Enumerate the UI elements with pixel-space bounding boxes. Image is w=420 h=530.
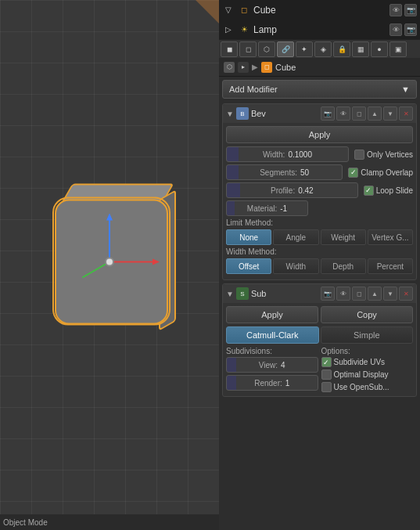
bevel-width-row: Width: 0.1000 Only Vertices bbox=[226, 146, 413, 162]
breadcrumb-cube-icon: ◻ bbox=[261, 62, 272, 73]
sub-down-btn[interactable]: ▼ bbox=[383, 287, 397, 301]
toolbar-icon-material[interactable]: ● bbox=[371, 41, 388, 57]
bevel-material-label: Material: bbox=[247, 204, 277, 213]
cube-object bbox=[43, 183, 176, 332]
lamp-render-btn[interactable]: 📷 bbox=[404, 23, 417, 36]
width-method-tabs: Offset Width Depth Percent bbox=[226, 258, 413, 274]
bevel-material-field[interactable]: Material: -1 bbox=[226, 200, 308, 216]
toolbar-icon-object[interactable]: ⬡ bbox=[258, 41, 275, 57]
bevel-profile-value: 0.42 bbox=[298, 186, 313, 195]
bevel-down-btn[interactable]: ▼ bbox=[383, 106, 397, 121]
bevel-collapse-icon[interactable]: ▼ bbox=[226, 110, 234, 118]
limit-method-label: Limit Method: bbox=[226, 218, 413, 227]
add-modifier-button[interactable]: Add Modifier ▼ bbox=[222, 80, 417, 99]
limit-tab-weight[interactable]: Weight bbox=[321, 229, 366, 245]
bevel-width-value: 0.1000 bbox=[288, 150, 312, 159]
bevel-mod-actions: 📷 👁 ◻ ▲ ▼ ✕ bbox=[321, 106, 413, 121]
bevel-loop-slide-label: Loop Slide bbox=[376, 186, 413, 195]
limit-tab-vertex-g[interactable]: Vertex G... bbox=[368, 229, 413, 245]
width-tab-offset[interactable]: Offset bbox=[226, 258, 271, 274]
visibility-btn[interactable]: 👁 bbox=[389, 4, 402, 16]
bevel-clamp-field: Clamp Overlap bbox=[348, 168, 413, 178]
add-modifier-dropdown-icon: ▼ bbox=[401, 85, 410, 94]
width-tab-percent[interactable]: Percent bbox=[368, 258, 413, 274]
lamp-name: Lamp bbox=[253, 24, 386, 35]
sub-close-btn[interactable]: ✕ bbox=[399, 287, 413, 301]
sub-render-field[interactable]: Render: 1 bbox=[226, 375, 318, 391]
bevel-modifier-header: ▼ B Bev 📷 👁 ◻ ▲ ▼ ✕ bbox=[223, 104, 416, 123]
sub-apply-copy-row: Apply Copy bbox=[226, 306, 413, 323]
toolbar-icon-particles[interactable]: ✦ bbox=[296, 41, 313, 57]
corner-decoration bbox=[196, 0, 219, 23]
width-tab-depth[interactable]: Depth bbox=[321, 258, 366, 274]
panel-content[interactable]: Add Modifier ▼ ▼ B Bev 📷 👁 ◻ ▲ ▼ ✕ bbox=[219, 77, 420, 530]
breadcrumb-sub-icon: ▸ bbox=[238, 62, 249, 73]
lamp-visibility-btn[interactable]: 👁 bbox=[389, 23, 402, 36]
sub-uvs-checkbox[interactable] bbox=[321, 357, 332, 367]
cube-type-icon: ▽ bbox=[222, 4, 235, 16]
toolbar-icon-physics[interactable]: ◈ bbox=[314, 41, 332, 57]
limit-tab-none[interactable]: None bbox=[226, 229, 271, 245]
limit-tab-angle[interactable]: Angle bbox=[273, 229, 318, 245]
sub-type-row: Catmull-Clark Simple bbox=[226, 326, 413, 344]
bevel-apply-button[interactable]: Apply bbox=[226, 126, 413, 143]
toolbar-icon-texture[interactable]: ▣ bbox=[389, 41, 407, 57]
subdivision-modifier-header: ▼ S Sub 📷 👁 ◻ ▲ ▼ ✕ bbox=[223, 284, 416, 303]
toolbar-icon-modifier[interactable]: 🔗 bbox=[277, 41, 294, 57]
3d-viewport[interactable]: Object Mode bbox=[0, 0, 219, 530]
bevel-loop-slide-checkbox[interactable] bbox=[364, 186, 374, 196]
sub-view-field[interactable]: View: 4 bbox=[226, 357, 318, 373]
viewport-info: Object Mode bbox=[3, 518, 48, 527]
header-row-lamp: ▷ ☀ Lamp 👁 📷 bbox=[219, 20, 420, 39]
toolbar-icon-render[interactable]: ◻ bbox=[239, 41, 257, 57]
toolbar-icon-scene[interactable]: ◼ bbox=[221, 41, 238, 57]
bevel-mod-icon: B bbox=[236, 107, 249, 120]
lamp-type-icon: ▷ bbox=[222, 23, 235, 36]
bevel-camera-btn[interactable]: 📷 bbox=[321, 106, 335, 121]
bevel-up-btn[interactable]: ▲ bbox=[368, 106, 382, 121]
sub-opensub-checkbox[interactable] bbox=[321, 382, 332, 392]
subdivision-modifier-body: Apply Copy Catmull-Clark Simple Subdivis… bbox=[223, 303, 416, 396]
toolbar-icon-data[interactable]: ▦ bbox=[352, 41, 369, 57]
bevel-segments-field[interactable]: Segments: 50 bbox=[226, 164, 343, 180]
sub-apply-button[interactable]: Apply bbox=[226, 306, 318, 323]
width-method-label: Width Method: bbox=[226, 247, 413, 256]
toolbar-icon-constraints[interactable]: 🔒 bbox=[333, 41, 350, 57]
sub-view-label: View: bbox=[259, 361, 278, 370]
bevel-material-row: Material: -1 bbox=[226, 200, 413, 216]
properties-icon-toolbar: ◼ ◻ ⬡ 🔗 ✦ ◈ 🔒 ▦ ● ▣ bbox=[219, 39, 420, 58]
sub-view-value: 4 bbox=[281, 361, 285, 370]
sub-mod-actions: 📷 👁 ◻ ▲ ▼ ✕ bbox=[321, 287, 413, 301]
subdivision-modifier-card: ▼ S Sub 📷 👁 ◻ ▲ ▼ ✕ Apply Copy bbox=[222, 283, 417, 397]
bevel-eye-btn[interactable]: 👁 bbox=[336, 106, 350, 121]
header-buttons-cube: 👁 📷 bbox=[389, 4, 417, 16]
simple-button[interactable]: Simple bbox=[321, 326, 414, 344]
bevel-only-vertices-checkbox[interactable] bbox=[354, 150, 364, 160]
x-axis-arrow bbox=[153, 258, 160, 265]
sub-opensub-label: Use OpenSub... bbox=[334, 383, 389, 391]
sub-optimal-checkbox[interactable] bbox=[321, 370, 332, 380]
bevel-render-btn[interactable]: ◻ bbox=[352, 106, 366, 121]
sub-eye-btn[interactable]: 👁 bbox=[336, 287, 350, 301]
sub-render-btn[interactable]: ◻ bbox=[352, 287, 366, 301]
render-btn[interactable]: 📷 bbox=[404, 4, 417, 16]
width-tab-width[interactable]: Width bbox=[273, 258, 318, 274]
sub-camera-btn[interactable]: 📷 bbox=[321, 287, 335, 301]
sub-view-row: View: 4 bbox=[226, 357, 318, 373]
bevel-only-vertices-field: Only Vertices bbox=[354, 150, 413, 160]
bevel-profile-field[interactable]: Profile: 0.42 bbox=[226, 182, 358, 198]
sub-copy-button[interactable]: Copy bbox=[321, 306, 413, 323]
header-row-cube: ▽ ◻ Cube 👁 📷 bbox=[219, 0, 420, 20]
bevel-profile-row: Profile: 0.42 Loop Slide bbox=[226, 182, 413, 198]
bevel-width-field[interactable]: Width: 0.1000 bbox=[226, 146, 349, 162]
sub-up-btn[interactable]: ▲ bbox=[368, 287, 382, 301]
bevel-clamp-checkbox[interactable] bbox=[348, 168, 358, 178]
bevel-close-btn[interactable]: ✕ bbox=[399, 106, 413, 121]
catmull-clark-button[interactable]: Catmull-Clark bbox=[226, 326, 319, 344]
bevel-modifier-card: ▼ B Bev 📷 👁 ◻ ▲ ▼ ✕ Apply Copy bbox=[222, 103, 417, 280]
sub-collapse-icon[interactable]: ▼ bbox=[226, 290, 234, 298]
sub-subdivisions-label: Subdivisions: bbox=[226, 347, 318, 355]
lamp-icon: ☀ bbox=[238, 23, 250, 36]
sub-optimal-field: Optimal Display bbox=[321, 370, 414, 380]
sub-right-col: Options: Subdivide UVs Optimal Display U… bbox=[321, 347, 414, 393]
